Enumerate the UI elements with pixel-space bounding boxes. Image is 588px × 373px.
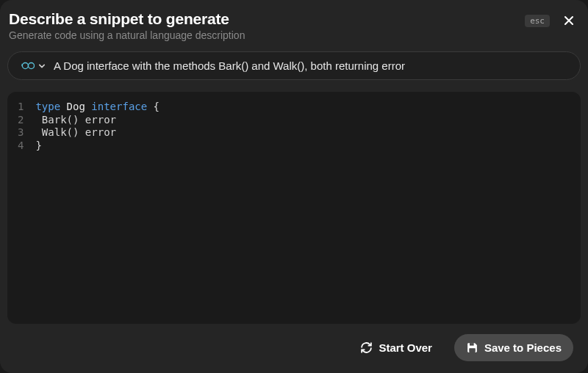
chevron-down-icon — [39, 63, 45, 69]
header-text: Describe a snippet to generate Generate … — [9, 10, 525, 41]
start-over-label: Start Over — [379, 341, 432, 354]
header-controls: esc — [525, 10, 579, 31]
modal-title: Describe a snippet to generate — [9, 10, 525, 28]
code-content[interactable]: type Dog interface { Bark() error Walk()… — [35, 101, 159, 315]
close-button[interactable] — [559, 10, 579, 31]
language-selector[interactable] — [21, 62, 45, 70]
save-icon — [466, 341, 478, 354]
svg-point-0 — [22, 62, 28, 68]
code-line: Bark() error — [35, 114, 159, 127]
save-button[interactable]: Save to Pieces — [454, 334, 573, 361]
modal-subtitle: Generate code using a natural language d… — [9, 29, 525, 41]
go-icon — [21, 62, 35, 70]
prompt-input-row[interactable]: A Dog interface with the methods Bark() … — [7, 51, 581, 80]
code-line: Walk() error — [35, 126, 159, 140]
code-line: type Dog interface { — [35, 101, 159, 114]
line-number: 1 — [18, 101, 24, 114]
svg-rect-4 — [470, 343, 474, 346]
refresh-icon — [360, 341, 373, 354]
line-number: 3 — [18, 126, 24, 140]
start-over-button[interactable]: Start Over — [348, 334, 444, 361]
line-number: 4 — [18, 140, 24, 153]
line-number: 2 — [18, 114, 24, 127]
svg-rect-5 — [469, 348, 476, 352]
modal-header: Describe a snippet to generate Generate … — [7, 10, 581, 41]
svg-point-1 — [28, 62, 34, 68]
line-number-gutter: 1234 — [7, 101, 35, 315]
prompt-input[interactable]: A Dog interface with the methods Bark() … — [54, 59, 567, 72]
esc-badge[interactable]: esc — [525, 15, 550, 27]
code-line: } — [35, 140, 159, 153]
close-icon — [562, 13, 576, 28]
code-preview: 1234 type Dog interface { Bark() error W… — [7, 92, 581, 324]
snippet-generator-modal: Describe a snippet to generate Generate … — [0, 0, 588, 373]
modal-footer: Start Over Save to Pieces — [7, 324, 581, 366]
save-label: Save to Pieces — [484, 341, 562, 354]
